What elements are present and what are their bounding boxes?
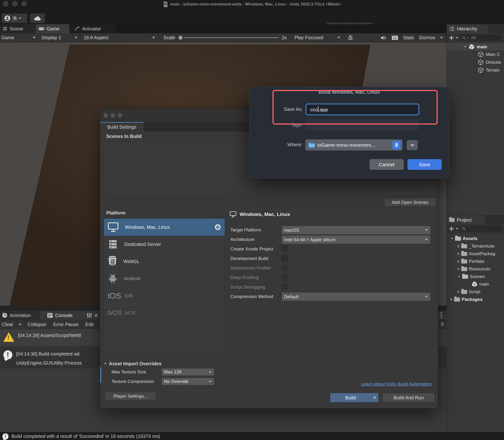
create-xcode-checkbox[interactable] — [281, 246, 288, 252]
save-button[interactable]: Save — [408, 159, 442, 170]
tab-hierarchy[interactable]: Hierarchy — [447, 24, 488, 33]
clear-dropdown[interactable] — [16, 320, 25, 329]
development-build-checkbox[interactable] — [281, 255, 288, 261]
add-asset-icon[interactable] — [449, 226, 454, 232]
max-texture-dropdown[interactable]: Max 128 — [161, 368, 214, 376]
account-button[interactable]: 渔 — [2, 14, 27, 23]
console-more-icon[interactable] — [440, 312, 442, 319]
project-row[interactable]: _TerrainAuto — [447, 242, 504, 250]
texture-compression-dropdown[interactable]: No Override — [161, 378, 214, 385]
project-row-scenes[interactable]: Scenes — [447, 273, 504, 280]
compression-dropdown[interactable]: Default — [281, 292, 431, 301]
platform-tvos[interactable]: tvOS tvOS — [104, 304, 225, 321]
error-pause-button[interactable]: Error Pause — [50, 320, 82, 329]
project-row[interactable]: Perfabs — [447, 258, 504, 265]
script-debugging-checkbox[interactable] — [281, 284, 288, 290]
hierarchy-search-input[interactable]: All — [460, 34, 502, 41]
asset-import-overrides-foldout[interactable]: Asset Import Overrides — [104, 361, 161, 367]
tab-build-settings[interactable]: Build Settings — [100, 122, 144, 132]
build-dropdown-toggle[interactable] — [371, 397, 378, 399]
project-row-label: _TerrainAuto — [469, 244, 494, 249]
build-button[interactable]: Build — [330, 393, 378, 402]
mute-audio-button[interactable] — [378, 33, 389, 42]
tab-game[interactable]: Game — [35, 24, 69, 33]
foldout-closed-icon[interactable] — [458, 245, 460, 248]
platform-android[interactable]: Android — [104, 270, 225, 287]
hierarchy-item[interactable]: Directio — [447, 58, 504, 66]
deep-profiling-label: Deep Profiling — [230, 275, 259, 280]
status-bar[interactable]: Build completed with a result of 'Succee… — [0, 432, 504, 440]
add-object-chevron-icon[interactable] — [456, 37, 458, 39]
foldout-closed-icon[interactable] — [458, 252, 460, 255]
tab-console[interactable]: Console — [44, 311, 85, 320]
project-row-packages[interactable]: Packages — [447, 296, 504, 303]
play-focused-dropdown[interactable]: Play Focused — [292, 33, 344, 42]
window-zoom-button[interactable] — [118, 113, 122, 118]
project-search-input[interactable] — [460, 225, 502, 232]
game-menu-dropdown[interactable]: Game — [0, 33, 39, 42]
tab-project[interactable]: Project — [447, 216, 485, 224]
gizmos-dropdown[interactable]: Gizmos — [416, 33, 447, 42]
foldout-closed-icon[interactable] — [458, 267, 460, 271]
learn-build-automation-link[interactable]: Learn about Unity Build Automation — [341, 382, 432, 387]
gamepad-icon — [38, 27, 44, 31]
foldout-closed-icon[interactable] — [451, 298, 452, 301]
aspect-dropdown[interactable]: 16:9 Aspect — [80, 33, 159, 42]
deep-profiling-checkbox[interactable] — [281, 274, 288, 280]
platform-windows-mac-linux[interactable]: Windows, Mac, Linux — [104, 219, 225, 236]
project-row[interactable]: Resources — [447, 265, 504, 273]
foldout-open-icon[interactable] — [451, 238, 453, 239]
cloud-button[interactable] — [30, 14, 45, 23]
add-object-icon[interactable] — [449, 35, 454, 41]
stats-toggle[interactable]: Stats — [401, 33, 416, 42]
tab-partial[interactable]: A — [87, 311, 100, 320]
autoconnect-profiler-checkbox[interactable] — [281, 265, 288, 271]
log-count-badge[interactable]: 0 — [441, 322, 444, 327]
foldout-open-icon[interactable] — [464, 46, 467, 48]
project-row[interactable]: Script — [447, 288, 504, 296]
unity-scene-icon — [469, 44, 475, 50]
clear-button[interactable]: Clear — [0, 320, 16, 329]
platform-webgl[interactable]: WebGL — [104, 253, 225, 270]
scale-slider-track[interactable] — [184, 37, 278, 38]
platform-dedicated-server[interactable]: Dedicated Server — [104, 236, 225, 253]
project-row[interactable]: AssetPackag — [447, 250, 504, 258]
input-debug-button[interactable] — [389, 33, 401, 42]
build-and-run-button[interactable]: Build And Run — [383, 393, 435, 402]
traffic-light-zoom[interactable] — [21, 1, 27, 6]
hierarchy-item[interactable]: Main C — [447, 51, 504, 58]
play-focused-label: Play Focused — [294, 35, 323, 41]
game-view-toolbar: Game Display 1 16:9 Aspect Scale 2x Play… — [0, 33, 447, 42]
tab-animator[interactable]: Animator — [71, 24, 115, 33]
traffic-light-minimize[interactable] — [12, 1, 18, 6]
player-settings-button[interactable]: Player Settings... — [105, 392, 156, 400]
tab-scene[interactable]: Scene — [0, 24, 35, 33]
tab-animation[interactable]: Animation — [0, 311, 40, 320]
foldout-closed-icon[interactable] — [458, 290, 460, 293]
architecture-dropdown[interactable]: Intel 64-bit + Apple silicon — [281, 235, 431, 244]
edit-button[interactable]: Edit — [82, 320, 97, 329]
display-dropdown[interactable]: Display 1 — [39, 33, 80, 42]
scenes-in-build-title: Scenes In Build — [106, 134, 142, 139]
hierarchy-scene-row[interactable]: main — [447, 43, 504, 51]
platform-ios[interactable]: iOS iOS — [104, 287, 225, 304]
cancel-button[interactable]: Cancel — [370, 159, 404, 170]
hierarchy-item[interactable]: Terrain — [447, 66, 504, 74]
expand-dialog-button[interactable] — [407, 140, 418, 150]
add-open-scenes-button[interactable]: Add Open Scenes — [385, 198, 436, 206]
foldout-open-icon[interactable] — [458, 276, 461, 277]
add-asset-chevron-icon[interactable] — [456, 228, 458, 230]
window-close-button[interactable] — [103, 113, 108, 118]
scale-slider-knob[interactable] — [179, 36, 183, 40]
traffic-light-close[interactable] — [3, 1, 8, 6]
project-row-scene-main[interactable]: main — [447, 280, 504, 288]
collapse-button[interactable]: Collapse — [25, 320, 50, 329]
monitor-icon — [108, 222, 119, 232]
window-minimize-button[interactable] — [111, 113, 115, 118]
target-platform-dropdown[interactable]: macOS — [281, 226, 431, 234]
where-dropdown[interactable]: ioGame-mmo-movemen... — [305, 139, 402, 151]
project-row-assets[interactable]: Assets — [447, 235, 504, 242]
where-stepper[interactable] — [393, 141, 401, 149]
frame-debugger-button[interactable] — [343, 33, 358, 42]
foldout-closed-icon[interactable] — [458, 260, 460, 263]
